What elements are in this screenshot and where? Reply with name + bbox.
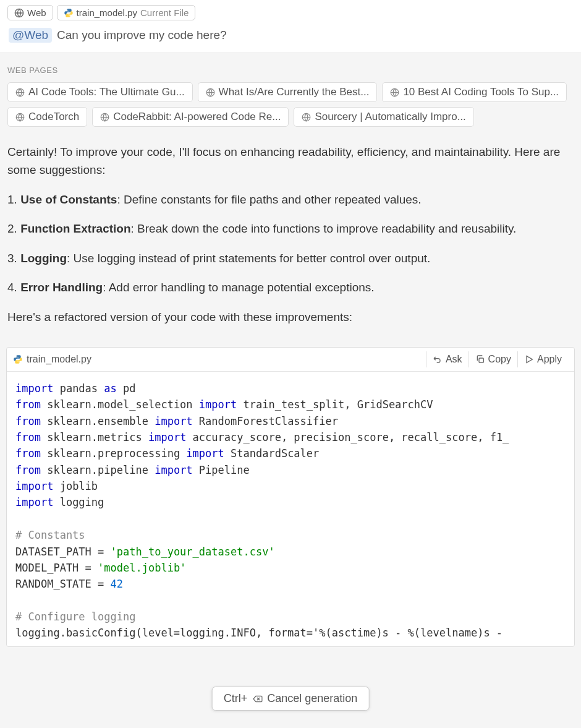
backspace-icon xyxy=(252,694,262,704)
web-pages-label: WEB PAGES xyxy=(7,66,574,75)
web-page-chip[interactable]: What Is/Are Currently the Best... xyxy=(198,82,378,102)
svg-point-10 xyxy=(19,362,19,362)
web-page-title: What Is/Are Currently the Best... xyxy=(219,86,370,98)
context-chips-row: Web train_model.py Current File xyxy=(7,5,574,20)
code-filename-text: train_model.py xyxy=(27,354,91,365)
svg-point-1 xyxy=(67,9,67,10)
web-page-chip[interactable]: 10 Best AI Coding Tools To Sup... xyxy=(382,82,567,102)
globe-icon xyxy=(206,88,215,97)
apply-button[interactable]: Apply xyxy=(517,351,568,367)
action-label: Ask xyxy=(446,354,462,365)
web-page-title: CodeTorch xyxy=(28,111,79,123)
web-context-chip[interactable]: Web xyxy=(7,5,53,20)
suggestion-item: 4. Error Handling: Add error handling to… xyxy=(7,278,574,296)
chip-suffix: Current File xyxy=(140,7,189,18)
suggestion-desc: : Break down the code into functions to … xyxy=(131,222,517,235)
web-page-title: AI Code Tools: The Ultimate Gu... xyxy=(28,86,185,98)
suggestion-desc: : Add error handling to manage potential… xyxy=(103,281,374,294)
web-page-title: 10 Best AI Coding Tools To Sup... xyxy=(403,86,559,98)
svg-marker-12 xyxy=(527,356,532,363)
web-page-chip[interactable]: CodeRabbit: AI-powered Code Re... xyxy=(92,107,289,127)
assistant-message: Certainly! To improve your code, I'll fo… xyxy=(0,133,581,342)
web-page-title: CodeRabbit: AI-powered Code Re... xyxy=(113,111,281,123)
globe-icon xyxy=(15,113,25,122)
ask-button[interactable]: Ask xyxy=(426,351,469,367)
svg-rect-11 xyxy=(479,358,483,362)
suggestion-title: Error Handling xyxy=(20,281,103,294)
query-text: Can you improve my code here? xyxy=(57,28,227,42)
code-block: train_model.py Ask Copy Apply import pan… xyxy=(6,347,575,647)
query-row: @Web Can you improve my code here? xyxy=(7,25,574,45)
python-icon xyxy=(13,354,23,364)
code-actions: Ask Copy Apply xyxy=(426,351,568,367)
suggestion-title: Function Extraction xyxy=(20,222,130,235)
copy-icon xyxy=(475,354,485,364)
web-page-chip[interactable]: AI Code Tools: The Ultimate Gu... xyxy=(7,82,193,102)
globe-icon xyxy=(302,113,311,122)
intro-paragraph: Certainly! To improve your code, I'll fo… xyxy=(7,143,574,179)
copy-button[interactable]: Copy xyxy=(469,351,517,367)
globe-icon xyxy=(100,113,109,122)
web-page-chip[interactable]: CodeTorch xyxy=(7,107,87,127)
play-icon xyxy=(524,354,534,364)
globe-icon xyxy=(14,8,24,18)
globe-icon xyxy=(390,88,399,97)
suggestion-desc: : Use logging instead of print statement… xyxy=(67,252,430,265)
action-label: Copy xyxy=(488,354,511,365)
undo-icon xyxy=(433,354,443,364)
suggestion-title: Use of Constants xyxy=(20,193,117,206)
cancel-label: Cancel generation xyxy=(267,692,357,705)
web-page-chip[interactable]: Sourcery | Automatically Impro... xyxy=(294,107,473,127)
context-header: Web train_model.py Current File @Web Can… xyxy=(0,0,581,53)
chip-label: Web xyxy=(27,7,46,18)
suggestion-item: 3. Logging: Use logging instead of print… xyxy=(7,249,574,267)
web-pages-section: WEB PAGES AI Code Tools: The Ultimate Gu… xyxy=(0,53,581,133)
suggestion-item: 2. Function Extraction: Break down the c… xyxy=(7,220,574,238)
svg-point-9 xyxy=(16,356,17,357)
web-page-title: Sourcery | Automatically Impro... xyxy=(315,111,465,123)
suggestion-desc: : Define constants for file paths and ot… xyxy=(117,193,421,206)
code-filename: train_model.py xyxy=(13,354,426,365)
suggestion-title: Logging xyxy=(20,252,67,265)
file-context-chip[interactable]: train_model.py Current File xyxy=(57,5,196,20)
web-pages-list: AI Code Tools: The Ultimate Gu... What I… xyxy=(7,82,574,127)
action-label: Apply xyxy=(537,354,562,365)
outro-paragraph: Here's a refactored version of your code… xyxy=(7,308,574,326)
suggestion-item: 1. Use of Constants: Define constants fo… xyxy=(7,191,574,208)
chip-filename: train_model.py xyxy=(77,7,137,18)
code-header: train_model.py Ask Copy Apply xyxy=(7,348,574,372)
python-icon xyxy=(64,8,74,18)
globe-icon xyxy=(15,88,25,97)
svg-point-2 xyxy=(69,15,70,16)
web-mention[interactable]: @Web xyxy=(9,28,52,43)
shortcut-label: Ctrl+ xyxy=(224,692,248,705)
code-content: import pandas as pd from sklearn.model_s… xyxy=(7,372,574,646)
cancel-generation-button[interactable]: Ctrl+ Cancel generation xyxy=(212,687,370,711)
